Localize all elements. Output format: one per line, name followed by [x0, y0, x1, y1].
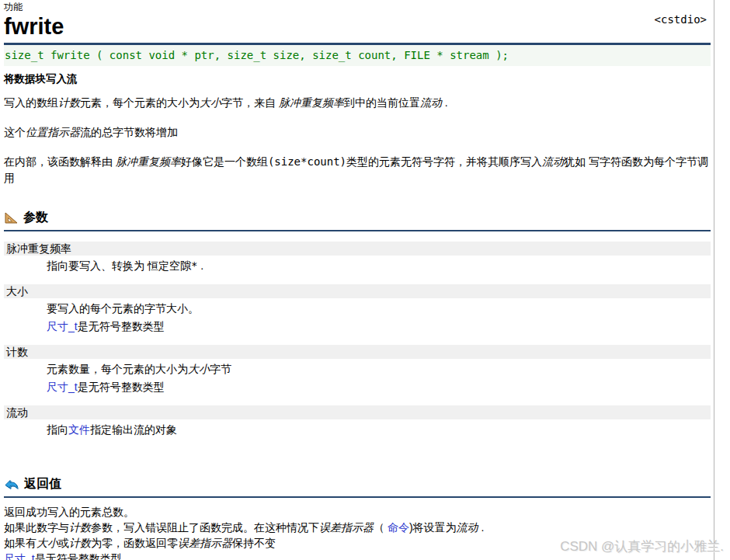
text-run: 如果此数字与: [4, 521, 69, 534]
return-line: 返回成功写入的元素总数。: [4, 504, 711, 520]
include-header-ref: <cstdio>: [655, 13, 707, 26]
text-run: .: [478, 521, 485, 534]
text-run: .: [197, 259, 203, 272]
text-run: 在内部，该函数解释由: [4, 155, 116, 168]
text-run: 计数: [69, 521, 91, 534]
text-run: 返回成功写入的元素总数。: [4, 506, 134, 518]
param-description: 要写入的每个元素的字节大小。: [47, 301, 711, 316]
intro-paragraph: 在内部，该函数解释由 脉冲重复频率好像它是一个数组(size*count)类型的…: [4, 154, 711, 186]
text-run: 好像它是一个数组: [181, 155, 268, 168]
text-run: 类型的元素无符号字符，并将其顺序写入: [346, 155, 542, 168]
text-run: 字节: [210, 363, 231, 375]
return-value-section-title: 返回值: [24, 476, 61, 492]
text-run: 是无符号整数类型: [35, 552, 122, 560]
param-description: 指向要写入、转换为 恒定空隙* .: [47, 258, 711, 273]
function-prototype: size_t fwrite ( const void * ptr, size_t…: [4, 45, 711, 66]
param-description: 尺寸_t是无符号整数类型: [47, 318, 711, 334]
text-run: 流动: [420, 96, 442, 109]
param-term: 流动: [4, 405, 711, 419]
text-run: 误差指示器: [319, 521, 374, 534]
reference-page: 功能 fwrite <cstdio> size_t fwrite ( const…: [0, 0, 730, 560]
text-run: 到中的当前位置: [344, 96, 420, 109]
text-run: 是无符号整数类型: [78, 381, 165, 393]
text-run: 元素数量，每个元素的大小为: [47, 363, 188, 375]
text-run: 保持不变: [232, 537, 276, 549]
param-term: 脉冲重复频率: [4, 242, 711, 256]
text-run: 指定输出流的对象: [90, 423, 177, 436]
intro-paragraph: 这个位置指示器流的总字节数将增加: [4, 124, 711, 141]
text-run: 要写入的每个元素的字节大小。: [47, 302, 199, 315]
text-run: 误差指示器: [178, 537, 232, 549]
text-run: 指向要写入、转换为: [47, 259, 148, 272]
text-run: 计数: [69, 537, 91, 549]
text-run: 大小: [200, 96, 221, 109]
text-run: 为零，函数返回零: [91, 537, 178, 549]
inline-link[interactable]: 文件: [68, 423, 90, 436]
text-run: （: [374, 521, 388, 534]
param-description: 指向文件指定输出流的对象: [47, 422, 711, 437]
return-arrow-icon: [4, 478, 19, 491]
text-run: 写入的数组: [4, 96, 58, 109]
text-run: 计数: [58, 96, 80, 109]
text-run: 脉冲重复频率: [116, 155, 181, 168]
text-run: 流的总字节数将增加: [80, 126, 178, 138]
text-run: .: [442, 96, 448, 109]
page-right-border: [714, 0, 714, 560]
page-title: fwrite: [4, 15, 711, 38]
function-summary: 将数据块写入流: [4, 73, 711, 85]
text-run: 如果有: [4, 537, 36, 549]
text-run: 大小: [188, 363, 210, 375]
text-run: 或: [58, 537, 69, 549]
text-run: 元素，每个元素的大小为: [80, 96, 200, 109]
inline-link[interactable]: 尺寸_t: [4, 552, 35, 560]
parameters-section-header: 参数: [4, 210, 711, 231]
text-run: 恒定空隙*: [148, 259, 197, 272]
text-run: 参数，写入错误阻止了函数完成。在这种情况下: [91, 521, 319, 534]
parameters-list: 脉冲重复频率 指向要写入、转换为 恒定空隙* . 大小 要写入的每个元素的字节大…: [4, 242, 711, 437]
csdn-watermark: CSDN @认真学习的小雅兰.: [560, 537, 724, 555]
text-run: 脉冲重复频率: [279, 96, 344, 109]
text-run: 流动: [542, 155, 564, 168]
text-run: 大小: [36, 537, 58, 549]
return-value-section-header: 返回值: [4, 476, 711, 498]
category-label: 功能: [4, 2, 711, 12]
text-run: 位置指示器: [26, 126, 80, 138]
text-run: )将设置为: [409, 521, 457, 534]
text-run: 这个: [4, 126, 26, 138]
param-description: 元素数量，每个元素的大小为大小字节: [47, 361, 711, 377]
text-run: (size*count): [268, 155, 346, 168]
intro-paragraph: 写入的数组计数元素，每个元素的大小为大小字节，来自 脉冲重复频率到中的当前位置流…: [4, 95, 711, 111]
text-run: 流动: [457, 521, 478, 534]
inline-link[interactable]: 尺寸_t: [47, 320, 78, 332]
param-term: 计数: [4, 345, 711, 359]
inline-link[interactable]: 命令: [388, 521, 409, 534]
text-run: 是无符号整数类型: [78, 320, 165, 332]
text-run: 字节，来自: [221, 96, 279, 109]
text-run: 指向: [47, 423, 68, 436]
return-line: 如果此数字与计数参数，写入错误阻止了函数完成。在这种情况下误差指示器（ 命令)将…: [4, 520, 711, 535]
param-term: 大小: [4, 284, 711, 298]
parameters-section-title: 参数: [23, 210, 48, 226]
inline-link[interactable]: 尺寸_t: [47, 381, 78, 393]
set-square-icon: [4, 212, 18, 224]
param-description: 尺寸_t是无符号整数类型: [47, 379, 711, 395]
